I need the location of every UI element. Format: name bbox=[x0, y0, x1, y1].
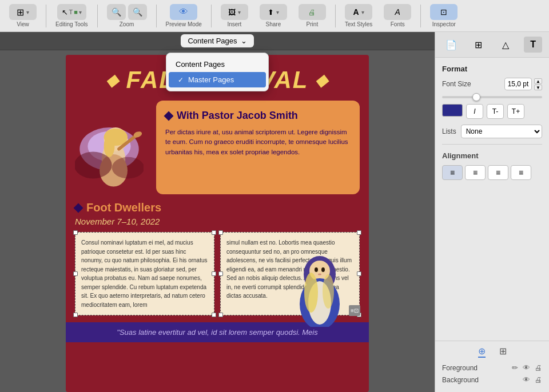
editing-tools-button[interactable]: ↖ T ■ ▾ bbox=[57, 4, 86, 20]
background-layer-icons: 👁 🖨 bbox=[523, 375, 542, 384]
share-button[interactable]: ⬆ ▾ bbox=[260, 4, 287, 20]
foreground-print-icon[interactable]: 🖨 bbox=[535, 363, 542, 372]
dropdown-item-content-pages[interactable]: Content Pages bbox=[166, 57, 268, 72]
foreground-pencil-icon[interactable]: ✏ bbox=[512, 363, 518, 372]
resize-handle-mr-r[interactable] bbox=[357, 271, 361, 276]
dropdown-item-master-pages[interactable]: ✓ Master Pages bbox=[169, 72, 266, 87]
inspector-tab-text[interactable]: T bbox=[524, 37, 542, 53]
inspector-tab-doc[interactable]: 📄 bbox=[442, 37, 460, 53]
zoom-label: Zoom bbox=[120, 21, 134, 27]
align-right-button[interactable]: ≡ bbox=[488, 165, 508, 180]
foreground-eye-icon[interactable]: 👁 bbox=[523, 363, 530, 372]
resize-handle-tr[interactable] bbox=[212, 230, 216, 235]
card-body-text: Per dictas iriure at, usu animal scripto… bbox=[165, 127, 351, 157]
font-size-slider-thumb[interactable] bbox=[472, 93, 480, 101]
divider-4 bbox=[211, 5, 212, 27]
toolbar-group-preview: 👁 Preview Mode bbox=[161, 2, 206, 30]
divider-2 bbox=[97, 5, 98, 27]
text-styles-button[interactable]: A ▾ bbox=[345, 4, 372, 20]
toolbar-group-inspector: ⊡ Inspector bbox=[425, 2, 462, 30]
font-size-down-button[interactable]: ▼ bbox=[534, 85, 542, 90]
diamond-left-icon: ◆ bbox=[106, 71, 120, 90]
inspector-tab-layout[interactable]: ⊞ bbox=[470, 37, 488, 53]
layout-icon: ⊞ bbox=[475, 39, 482, 50]
page-body-top: With Pastor Jacob Smith Per dictas iriur… bbox=[66, 101, 369, 201]
text-icon: T bbox=[530, 39, 536, 50]
toolbar-group-print: 🖨 Print bbox=[294, 2, 331, 30]
foreground-layer-row: Foreground ✏ 👁 🖨 bbox=[442, 363, 542, 372]
inspector-label: Inspector bbox=[432, 21, 456, 27]
foot-dwellers-title: Foot Dwellers bbox=[75, 201, 360, 214]
bottom-quote-text: "Suas latine evertitur ad vel, id sit lo… bbox=[117, 328, 317, 337]
layers-tab[interactable]: ⊕ bbox=[478, 346, 486, 358]
insert-button[interactable]: 🖼 ▾ bbox=[221, 4, 248, 20]
alignment-label: Alignment bbox=[442, 151, 479, 160]
toolbar-group-zoom: 🔍 🔍 Zoom bbox=[102, 2, 152, 30]
pages-dropdown[interactable]: Content Pages ⌄ bbox=[181, 34, 253, 47]
share-label: Share bbox=[266, 21, 281, 27]
text-column-left[interactable]: Consul nominavi luptatum ei mel, ad muci… bbox=[75, 232, 214, 315]
grid-icon: ⊞ bbox=[499, 346, 507, 356]
print-button[interactable]: 🖨 bbox=[299, 4, 326, 20]
resize-handle-br[interactable] bbox=[212, 313, 216, 317]
inspector-tab-shape[interactable]: △ bbox=[496, 37, 515, 53]
fonts-button[interactable]: A bbox=[384, 4, 411, 20]
resize-handle-mr[interactable] bbox=[212, 271, 216, 276]
font-size-control: ▲ ▼ bbox=[504, 78, 542, 90]
background-eye-icon[interactable]: 👁 bbox=[523, 375, 530, 384]
toolbar: ⊞ ▾ View ↖ T ■ ▾ Editing Tools 🔍 🔍 Zoom bbox=[0, 0, 549, 32]
resize-handle-ml-r[interactable] bbox=[218, 271, 223, 276]
grow-text-button[interactable]: T+ bbox=[507, 104, 524, 119]
resize-handle-tr-r[interactable] bbox=[357, 230, 361, 235]
align-center-icon: ≡ bbox=[473, 168, 478, 177]
background-label: Background bbox=[442, 376, 479, 384]
resize-handle-bl-r[interactable] bbox=[218, 313, 223, 317]
grid-tab[interactable]: ⊞ bbox=[499, 346, 507, 358]
align-left-button[interactable]: ≡ bbox=[442, 165, 463, 180]
shape-icon: △ bbox=[502, 39, 509, 50]
resize-handle-ml[interactable] bbox=[73, 271, 78, 276]
zoom-in-button[interactable]: 🔍 bbox=[128, 4, 147, 20]
svg-point-20 bbox=[323, 274, 334, 309]
preview-button[interactable]: 👁 bbox=[170, 4, 197, 20]
lists-row: Lists None bbox=[442, 125, 542, 138]
inspector-button[interactable]: ⊡ bbox=[430, 4, 458, 20]
inspector-divider-1 bbox=[442, 144, 542, 145]
svg-point-16 bbox=[318, 274, 321, 275]
divider-6 bbox=[420, 5, 421, 27]
svg-point-10 bbox=[112, 157, 144, 179]
background-print-icon[interactable]: 🖨 bbox=[535, 375, 542, 384]
card-diamond-icon bbox=[164, 111, 174, 121]
font-size-slider-track bbox=[442, 96, 542, 98]
align-justify-button[interactable]: ≡ bbox=[511, 165, 531, 180]
check-icon: ✓ bbox=[178, 76, 184, 84]
align-center-button[interactable]: ≡ bbox=[465, 165, 486, 180]
layers-icon: ⊕ bbox=[478, 346, 486, 356]
zoom-out-button[interactable]: 🔍 bbox=[107, 4, 126, 20]
svg-point-9 bbox=[75, 151, 112, 178]
pages-dropdown-label: Content Pages bbox=[188, 37, 237, 45]
font-size-up-button[interactable]: ▲ bbox=[534, 78, 542, 84]
content-pages-label: Content Pages bbox=[176, 60, 225, 69]
dropdown-arrow-icon: ⌄ bbox=[241, 37, 247, 45]
font-size-input[interactable] bbox=[504, 78, 532, 90]
inspector-lower: ⊕ ⊞ Foreground ✏ 👁 🖨 Background 👁 bbox=[435, 341, 549, 392]
format-section-title: Format bbox=[442, 65, 542, 73]
master-pages-label: Master Pages bbox=[188, 75, 234, 84]
divider-1 bbox=[46, 5, 46, 27]
text-flow-icon: ≡⊡ bbox=[349, 305, 360, 317]
italic-button[interactable]: I bbox=[466, 104, 483, 119]
color-swatch[interactable] bbox=[442, 104, 463, 117]
resize-handle-tl[interactable] bbox=[73, 230, 78, 235]
view-button[interactable]: ⊞ ▾ bbox=[9, 4, 37, 20]
resize-handle-bl[interactable] bbox=[73, 313, 78, 317]
resize-handle-tl-r[interactable] bbox=[218, 230, 223, 235]
section-diamond-icon bbox=[74, 203, 83, 213]
preview-label: Preview Mode bbox=[166, 21, 202, 27]
lists-select[interactable]: None bbox=[461, 125, 542, 138]
print-label: Print bbox=[307, 21, 319, 27]
alignment-buttons: ≡ ≡ ≡ ≡ bbox=[442, 165, 542, 180]
mary-illustration-area bbox=[291, 253, 348, 321]
lower-section: Foot Dwellers November 7–10, 2022 Consu bbox=[66, 201, 369, 322]
shrink-text-button[interactable]: T- bbox=[487, 104, 504, 119]
